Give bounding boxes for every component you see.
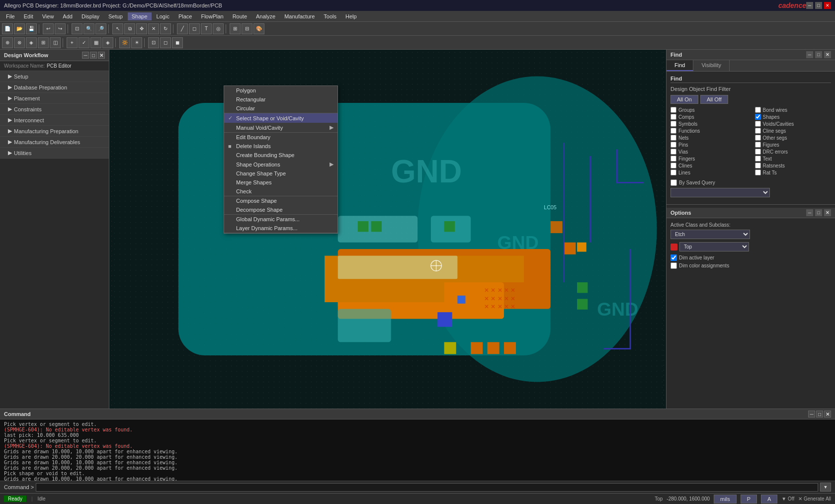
menu-file[interactable]: File xyxy=(2,12,19,20)
command-maximize[interactable]: □ xyxy=(816,411,823,418)
zoom-in-btn[interactable]: 🔍 xyxy=(84,23,94,34)
pcb-canvas-area[interactable]: GND GND GND xyxy=(109,50,666,409)
dim-color-checkbox[interactable] xyxy=(670,262,677,269)
copy-btn[interactable]: ⧉ xyxy=(124,23,135,34)
find-panel-minimize[interactable]: ─ xyxy=(806,51,813,58)
filter-functions-checkbox[interactable] xyxy=(670,128,676,134)
menu-change-shape-type[interactable]: Change Shape Type xyxy=(224,169,337,178)
add-via-btn[interactable]: ◎ xyxy=(213,23,224,34)
subclass-select[interactable]: Top xyxy=(679,242,749,252)
tb2-btn12[interactable]: ⊡ xyxy=(148,37,159,48)
menu-help[interactable]: Help xyxy=(341,12,361,20)
sidebar-item-mfg-deliverables[interactable]: ▶ Manufacturing Deliverables xyxy=(0,137,109,147)
filter-comps-checkbox[interactable] xyxy=(670,114,676,120)
tb2-btn2[interactable]: ⊗ xyxy=(14,37,25,48)
filter-vias-checkbox[interactable] xyxy=(670,149,676,155)
tb2-btn7[interactable]: ✓ xyxy=(79,37,89,48)
command-close[interactable]: ✕ xyxy=(824,411,831,418)
rotate-btn[interactable]: ↻ xyxy=(160,23,171,34)
filter-cline-segs-checkbox[interactable] xyxy=(755,128,761,134)
command-input[interactable] xyxy=(36,483,818,492)
status-filter-off[interactable]: ▼ Off xyxy=(781,496,794,502)
menu-select-shape[interactable]: ✓ Select Shape or Void/Cavity xyxy=(224,113,337,123)
sidebar-maximize[interactable]: □ xyxy=(90,52,97,59)
command-minimize[interactable]: ─ xyxy=(808,411,815,418)
filter-symbols-checkbox[interactable] xyxy=(670,121,676,127)
menu-polygon[interactable]: Polygon xyxy=(224,86,337,95)
color-btn[interactable]: 🎨 xyxy=(253,23,264,34)
menu-flowplan[interactable]: FlowPlan xyxy=(197,12,227,20)
filter-clines-checkbox[interactable] xyxy=(670,163,676,168)
options-panel-maximize[interactable]: □ xyxy=(815,209,822,216)
options-panel-close[interactable]: ✕ xyxy=(824,209,831,216)
status-unit-button[interactable]: mils xyxy=(714,495,737,504)
open-btn[interactable]: 📂 xyxy=(14,23,25,34)
zoom-fit-btn[interactable]: ⊡ xyxy=(72,23,83,34)
tb2-btn10[interactable]: 🔆 xyxy=(119,37,130,48)
sidebar-minimize[interactable]: ─ xyxy=(82,52,89,59)
menu-setup[interactable]: Setup xyxy=(104,12,127,20)
sidebar-item-utilities[interactable]: ▶ Utilities xyxy=(0,148,109,158)
filter-lines-checkbox[interactable] xyxy=(670,169,676,175)
tb2-btn14[interactable]: ◼ xyxy=(172,37,183,48)
menu-layer-params[interactable]: Layer Dynamic Params... xyxy=(224,224,337,233)
filter-text-checkbox[interactable] xyxy=(755,156,761,162)
menu-merge-shapes[interactable]: Merge Shapes xyxy=(224,178,337,187)
filter-rat-ts-checkbox[interactable] xyxy=(755,169,761,175)
zoom-out-btn[interactable]: 🔎 xyxy=(95,23,106,34)
menu-manual-void[interactable]: Manual Void/Cavity ▶ xyxy=(224,123,337,132)
filter-nets-checkbox[interactable] xyxy=(670,135,676,141)
menu-delete-islands[interactable]: ■ Delete Islands xyxy=(224,142,337,151)
filter-pins-checkbox[interactable] xyxy=(670,142,676,148)
menu-global-params[interactable]: Global Dynamic Params... xyxy=(224,215,337,224)
all-off-button[interactable]: All Off xyxy=(700,95,728,104)
filter-bond-wires-checkbox[interactable] xyxy=(755,107,761,113)
command-dropdown-button[interactable]: ▼ xyxy=(820,483,831,492)
sidebar-item-interconnect[interactable]: ▶ Interconnect xyxy=(0,115,109,125)
menu-add[interactable]: Add xyxy=(59,12,77,20)
sidebar-item-manufacturing[interactable]: ▶ Manufacturing Preparation xyxy=(0,126,109,136)
menu-shape-operations[interactable]: Shape Operations ▶ xyxy=(224,160,337,169)
class-select[interactable]: Etch xyxy=(670,230,750,239)
tb2-btn13[interactable]: ◻ xyxy=(160,37,171,48)
find-panel-close[interactable]: ✕ xyxy=(824,51,831,58)
menu-display[interactable]: Display xyxy=(78,12,103,20)
find-panel-maximize[interactable]: □ xyxy=(815,51,822,58)
sidebar-close[interactable]: ✕ xyxy=(98,52,105,59)
menu-check[interactable]: Check xyxy=(224,187,337,196)
sidebar-item-database[interactable]: ▶ Database Preparation xyxy=(0,82,109,92)
options-panel-minimize[interactable]: ─ xyxy=(806,209,813,216)
filter-other-segs-checkbox[interactable] xyxy=(755,135,761,141)
tb2-btn8[interactable]: ▦ xyxy=(90,37,101,48)
status-generate-all[interactable]: ✕ Generate All xyxy=(798,496,831,502)
pcb-canvas[interactable]: GND GND GND xyxy=(109,50,666,409)
redo-btn[interactable]: ↪ xyxy=(55,23,66,34)
save-btn[interactable]: 💾 xyxy=(26,23,37,34)
tab-find[interactable]: Find xyxy=(667,60,693,71)
status-p-button[interactable]: P xyxy=(741,495,757,504)
saved-query-select[interactable] xyxy=(670,188,770,197)
menu-edit[interactable]: Edit xyxy=(20,12,37,20)
new-btn[interactable]: 📄 xyxy=(2,23,13,34)
sidebar-item-placement[interactable]: ▶ Placement xyxy=(0,93,109,103)
menu-shape[interactable]: Shape xyxy=(128,12,152,20)
tb2-btn11[interactable]: ☀ xyxy=(131,37,142,48)
menu-place[interactable]: Place xyxy=(174,12,196,20)
filter-groups-checkbox[interactable] xyxy=(670,107,676,113)
menu-create-bounding[interactable]: Create Bounding Shape xyxy=(224,151,337,160)
sidebar-item-setup[interactable]: ▶ Setup xyxy=(0,71,109,82)
menu-view[interactable]: View xyxy=(38,12,58,20)
tb2-btn1[interactable]: ⊕ xyxy=(2,37,13,48)
menu-circular[interactable]: Circular xyxy=(224,104,337,113)
sidebar-item-constraints[interactable]: ▶ Constraints xyxy=(0,104,109,114)
tb2-btn3[interactable]: ◈ xyxy=(26,37,37,48)
add-text-btn[interactable]: T xyxy=(201,23,212,34)
filter-voids-checkbox[interactable] xyxy=(755,121,761,127)
status-a-button[interactable]: A xyxy=(761,495,777,504)
maximize-button[interactable]: □ xyxy=(815,2,822,9)
tb2-btn6[interactable]: ⌖ xyxy=(67,37,78,48)
filter-shapes-checkbox[interactable] xyxy=(755,114,761,120)
ruler-btn[interactable]: ⊞ xyxy=(230,23,241,34)
menu-analyze[interactable]: Analyze xyxy=(252,12,279,20)
undo-btn[interactable]: ↩ xyxy=(43,23,54,34)
